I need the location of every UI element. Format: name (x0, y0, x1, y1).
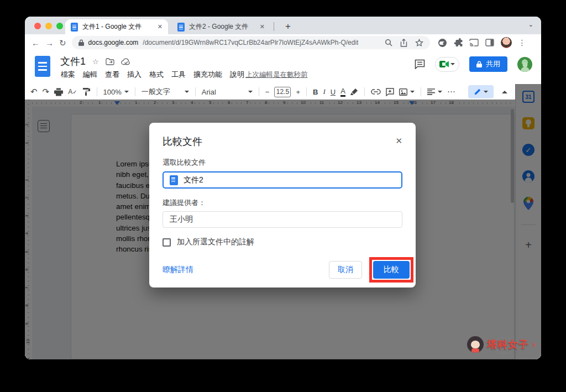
menu-item-2[interactable]: 查看 (101, 68, 123, 81)
menu-item-0[interactable]: 檔案 (57, 68, 79, 81)
menu-item-4[interactable]: 格式 (145, 68, 167, 81)
toolbar-divider (306, 87, 307, 96)
minimize-window-button[interactable] (45, 23, 52, 29)
document-title[interactable]: 文件1 (60, 55, 86, 68)
compare-document-picker[interactable]: 文件2 (163, 171, 402, 189)
extension-grammarly-icon[interactable] (438, 38, 447, 48)
url-domain: docs.google.com (88, 39, 139, 46)
meet-call-button[interactable] (435, 57, 459, 72)
paragraph-style-select[interactable]: 一般文字 (142, 87, 189, 97)
chevron-down-icon (185, 91, 189, 93)
redo-icon[interactable]: ↷ (43, 87, 50, 97)
decrease-font-icon[interactable]: − (265, 88, 270, 96)
bold-button[interactable]: B (313, 88, 318, 96)
cancel-button[interactable]: 取消 (329, 261, 362, 279)
pencil-icon (474, 88, 481, 95)
meet-camera-icon (439, 61, 449, 67)
tab-doc2[interactable]: 文件2 - Google 文件 ✕ (172, 19, 270, 34)
dialog-title: 比較文件 (163, 135, 402, 148)
tab-close-icon[interactable]: ✕ (158, 23, 163, 30)
select-document-label: 選取比較文件 (163, 158, 402, 168)
paint-format-icon[interactable] (82, 87, 91, 96)
chevron-down-icon (484, 91, 488, 93)
add-comment-icon[interactable] (386, 88, 394, 96)
undo-icon[interactable]: ↶ (30, 87, 38, 97)
address-bar: ← → ↻ docs.google.com /document/d/19GWrn… (25, 34, 541, 51)
browser-profile-avatar[interactable] (501, 37, 512, 48)
cloud-saved-icon[interactable] (121, 58, 131, 65)
attribute-input[interactable]: 王小明 (163, 211, 402, 228)
hide-menus-chevron-icon[interactable] (502, 91, 507, 93)
chevron-down-icon (410, 91, 415, 93)
docs-file-icon (170, 175, 178, 185)
close-window-button[interactable] (34, 23, 41, 29)
docs-favicon (177, 23, 185, 32)
compare-button[interactable]: 比較 (373, 261, 410, 279)
print-icon[interactable] (54, 88, 63, 96)
lock-icon (476, 61, 482, 67)
learn-more-link[interactable]: 瞭解詳情 (163, 265, 193, 275)
tab-close-icon[interactable]: ✕ (260, 23, 265, 30)
menu-item-3[interactable]: 插入 (123, 68, 145, 81)
toolbar-divider (97, 87, 97, 96)
screen: 文件1 - Google 文件 ✕ 文件2 - Google 文件 ✕ + ⌄ … (0, 0, 566, 392)
font-select[interactable]: Arial (202, 88, 253, 96)
browser-window: 文件1 - Google 文件 ✕ 文件2 - Google 文件 ✕ + ⌄ … (25, 17, 541, 359)
text-color-button[interactable]: A (340, 87, 345, 97)
new-tab-button[interactable]: + (281, 19, 295, 34)
menu-item-6[interactable]: 擴充功能 (190, 68, 226, 81)
google-docs-logo[interactable] (35, 56, 50, 77)
toolbar-divider (421, 87, 421, 96)
chevron-down-icon (124, 91, 129, 93)
menu-item-1[interactable]: 編輯 (79, 68, 101, 81)
browser-menu-icon[interactable]: ⋮ (518, 38, 526, 47)
toolbar-divider (364, 87, 365, 96)
increase-font-icon[interactable]: + (296, 88, 300, 96)
menu-bar: 檔案編輯查看插入格式工具擴充功能說明 (57, 68, 248, 81)
zoom-window-button[interactable] (56, 23, 63, 29)
star-document-icon[interactable]: ☆ (92, 58, 99, 66)
menu-item-7[interactable]: 說明 (226, 68, 248, 81)
insert-image-button[interactable] (399, 88, 415, 96)
extensions-puzzle-icon[interactable] (454, 38, 463, 47)
menu-item-5[interactable]: 工具 (167, 68, 190, 81)
close-icon[interactable]: ✕ (393, 134, 405, 148)
tab-search-chevron-icon[interactable]: ⌄ (528, 21, 533, 28)
forward-icon[interactable]: → (45, 39, 54, 47)
insert-link-icon[interactable] (371, 89, 381, 95)
include-comments-row[interactable]: 加入所選文件中的註解 (163, 237, 402, 247)
back-icon[interactable]: ← (32, 39, 40, 47)
cast-icon[interactable] (469, 39, 479, 46)
lock-icon (78, 39, 84, 46)
share-label: 共用 (486, 59, 500, 69)
move-to-folder-icon[interactable] (106, 58, 114, 65)
checkbox-unchecked[interactable] (163, 238, 171, 247)
watermark-label: 塔科女子 (487, 338, 529, 351)
zoom-search-icon[interactable] (385, 39, 392, 46)
url-field[interactable]: docs.google.com /document/d/19GWrn8wRC17… (72, 36, 430, 49)
spellcheck-icon[interactable]: A✓ (68, 88, 77, 96)
docs-favicon (71, 23, 78, 32)
more-tools-button[interactable]: ⋯ (447, 87, 455, 97)
underline-button[interactable]: U (331, 88, 336, 96)
comment-history-icon[interactable] (415, 59, 425, 69)
tab-title: 文件2 - Google 文件 (189, 22, 255, 32)
side-panel-icon[interactable] (485, 39, 494, 46)
window-controls (34, 23, 63, 29)
account-avatar[interactable] (517, 57, 532, 72)
editing-mode-button[interactable] (468, 85, 494, 98)
toolbar-divider (195, 87, 196, 96)
share-button[interactable]: 共用 (469, 56, 507, 72)
tab-separator (274, 22, 274, 31)
zoom-select[interactable]: 100% (103, 88, 129, 96)
bookmark-star-icon[interactable] (415, 39, 423, 47)
highlight-color-icon[interactable] (350, 88, 358, 96)
last-edit-link[interactable]: 上次編輯是在數秒前 (245, 70, 308, 80)
align-button[interactable] (427, 88, 442, 95)
tab-doc1[interactable]: 文件1 - Google 文件 ✕ (65, 19, 168, 34)
reload-icon[interactable]: ↻ (59, 39, 66, 47)
italic-button[interactable]: I (323, 87, 325, 96)
share-page-icon[interactable] (400, 39, 407, 47)
font-size-field[interactable]: 12.5 (274, 87, 291, 97)
watermark: 塔科女子 › (467, 336, 536, 353)
